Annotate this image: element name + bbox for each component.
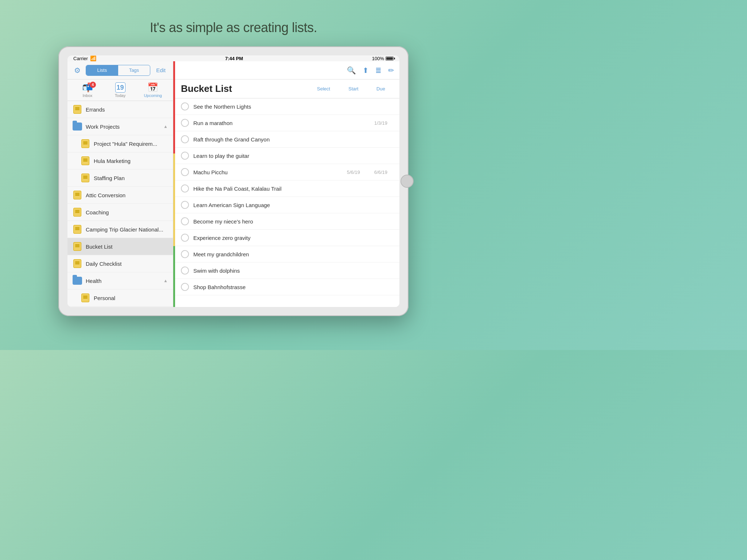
battery-label: 100% — [372, 56, 384, 61]
task-checkbox[interactable] — [181, 250, 189, 258]
status-left: Carrier 📶 — [73, 55, 96, 61]
task-name: Experience zero gravity — [193, 235, 339, 241]
due-col-header: Due — [368, 86, 394, 92]
task-checkbox[interactable] — [181, 201, 189, 209]
sidebar-item-coaching[interactable]: Coaching — [67, 204, 173, 221]
table-row[interactable]: Learn American Sign Language — [175, 197, 399, 213]
table-row[interactable]: Learn to play the guitar — [175, 148, 399, 164]
bucket-list-icon — [73, 242, 82, 251]
device: Carrier 📶 7:44 PM 100% ⚙ Lists Ta — [58, 46, 409, 316]
work-projects-icon — [73, 122, 82, 131]
sidebar-item-work-projects[interactable]: Work Projects ▲ — [67, 118, 173, 135]
health-folder-label: Health — [86, 278, 101, 284]
task-name: Become my niece's hero — [193, 218, 339, 225]
sidebar-item-health-folder[interactable]: Health ▲ — [67, 272, 173, 289]
share-button[interactable]: ⬆ — [363, 66, 369, 75]
segment-control: Lists Tags — [86, 65, 150, 76]
sidebar-list: Errands Work Projects ▲ Project "Hula" R… — [67, 101, 173, 307]
task-checkbox[interactable] — [181, 152, 189, 160]
table-row[interactable]: Shop Bahnhofstrasse — [175, 279, 399, 295]
table-row[interactable]: Run a marathon 1/3/19 — [175, 115, 399, 131]
staffing-plan-label: Staffing Plan — [94, 175, 125, 181]
nav-tabs: 📬 4 Inbox 19 Today 📅 Upcoming — [67, 79, 173, 101]
sidebar-item-personal[interactable]: Personal — [67, 289, 173, 307]
task-checkbox[interactable] — [181, 135, 189, 143]
task-checkbox[interactable] — [181, 184, 189, 192]
task-name: Hike the Na Pali Coast, Kalalau Trail — [193, 186, 339, 192]
task-checkbox[interactable] — [181, 267, 189, 275]
task-name: Run a marathon — [193, 120, 339, 126]
main-toolbar: 🔍 ⬆ ≣ ✏ — [175, 61, 399, 79]
edit-button[interactable]: Edit — [153, 66, 169, 75]
task-name: Learn to play the guitar — [193, 153, 339, 159]
task-due: 6/6/19 — [368, 170, 394, 175]
health-folder-icon — [73, 276, 82, 285]
hula-marketing-icon — [81, 156, 90, 166]
table-row[interactable]: See the Northern Lights — [175, 98, 399, 115]
home-button[interactable] — [400, 175, 414, 188]
select-col-header[interactable]: Select — [317, 86, 339, 92]
sidebar-item-staffing-plan[interactable]: Staffing Plan — [67, 170, 173, 187]
table-row[interactable]: Machu Picchu 5/6/19 6/6/19 — [175, 164, 399, 180]
task-due: 1/3/19 — [368, 120, 394, 126]
table-row[interactable]: Swim with dolphins — [175, 262, 399, 279]
coaching-label: Coaching — [86, 209, 109, 215]
table-row[interactable]: Raft through the Grand Canyon — [175, 131, 399, 148]
sidebar-item-camping-trip[interactable]: Camping Trip Glacier National... — [67, 221, 173, 238]
coaching-icon — [73, 207, 82, 217]
today-tab[interactable]: 19 Today — [104, 82, 137, 98]
table-row[interactable]: Hike the Na Pali Coast, Kalalau Trail — [175, 180, 399, 197]
sidebar-item-hula-marketing[interactable]: Hula Marketing — [67, 152, 173, 170]
compose-button[interactable]: ✏ — [388, 66, 394, 75]
camping-trip-label: Camping Trip Glacier National... — [86, 226, 163, 233]
list-header: Bucket List Select Start Due — [175, 79, 399, 98]
errands-icon — [73, 105, 82, 114]
upcoming-tab[interactable]: 📅 Upcoming — [136, 82, 169, 98]
table-row[interactable]: Meet my grandchildren — [175, 246, 399, 262]
work-projects-label: Work Projects — [86, 124, 120, 130]
sidebar-item-daily-checklist[interactable]: Daily Checklist — [67, 255, 173, 272]
search-button[interactable]: 🔍 — [347, 66, 356, 75]
sidebar-item-health[interactable]: Health — [67, 307, 173, 307]
inbox-label: Inbox — [82, 93, 92, 98]
sidebar-item-errands[interactable]: Errands — [67, 101, 173, 118]
list-title: Bucket List — [181, 83, 317, 94]
sidebar-item-bucket-list[interactable]: Bucket List — [67, 238, 173, 255]
task-name: Meet my grandchildren — [193, 251, 339, 257]
bucket-list-label: Bucket List — [86, 244, 112, 250]
task-checkbox[interactable] — [181, 119, 189, 127]
table-row[interactable]: Experience zero gravity — [175, 230, 399, 246]
inbox-tab[interactable]: 📬 4 Inbox — [71, 82, 104, 98]
camping-trip-icon — [73, 225, 82, 234]
task-name: See the Northern Lights — [193, 104, 339, 110]
settings-button[interactable]: ⚙ — [72, 65, 83, 76]
chevron-up-icon: ▲ — [163, 124, 168, 129]
task-checkbox[interactable] — [181, 234, 189, 242]
task-name: Shop Bahnhofstrasse — [193, 284, 339, 290]
sidebar-item-project-hula[interactable]: Project "Hula" Requirem... — [67, 135, 173, 152]
errands-label: Errands — [86, 106, 105, 113]
sidebar-item-attic-conversion[interactable]: Attic Conversion — [67, 187, 173, 204]
task-list: See the Northern Lights Run a marathon 1… — [175, 98, 399, 307]
hula-marketing-label: Hula Marketing — [94, 158, 131, 164]
tags-tab[interactable]: Tags — [118, 65, 150, 75]
device-screen: Carrier 📶 7:44 PM 100% ⚙ Lists Ta — [67, 55, 399, 307]
main-content: 🔍 ⬆ ≣ ✏ Bucket List Select Start Due — [175, 61, 399, 307]
app-content: ⚙ Lists Tags Edit 📬 4 Inbox 19 — [67, 61, 399, 307]
task-checkbox[interactable] — [181, 102, 189, 110]
lists-tab[interactable]: Lists — [86, 65, 118, 75]
attic-conversion-icon — [73, 190, 82, 200]
daily-checklist-label: Daily Checklist — [86, 261, 121, 267]
carrier-label: Carrier — [73, 56, 88, 61]
task-checkbox[interactable] — [181, 168, 189, 176]
task-checkbox[interactable] — [181, 283, 189, 291]
project-hula-label: Project "Hula" Requirem... — [94, 141, 157, 147]
headline: It's as simple as creating lists. — [150, 20, 317, 35]
sort-button[interactable]: ≣ — [375, 66, 382, 75]
battery-icon — [386, 57, 394, 61]
task-checkbox[interactable] — [181, 217, 189, 225]
chevron-up-icon-2: ▲ — [163, 278, 168, 283]
inbox-badge: 4 — [90, 82, 96, 88]
task-name: Learn American Sign Language — [193, 202, 339, 208]
table-row[interactable]: Become my niece's hero — [175, 213, 399, 230]
